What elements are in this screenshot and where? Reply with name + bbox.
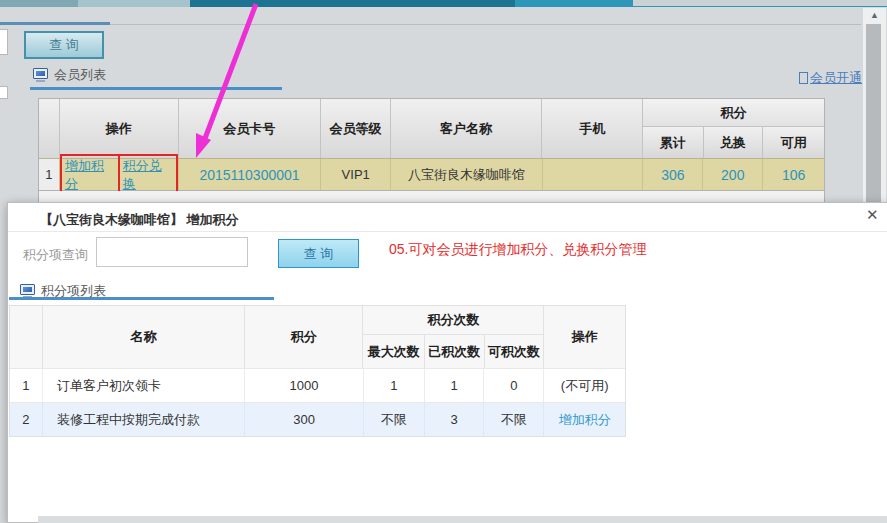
add-points-row-link[interactable]: 增加积分 [543,403,625,436]
annotation-red-box: 积分兑换 [118,154,178,196]
points-exchange: 200 [702,159,762,190]
header-points-available: 可用 [762,127,824,158]
member-open-link[interactable]: 会员开通 [799,69,862,87]
points-item-table: 名称 积分 积分次数 最大次数 已积次数 可积次数 操作 1 订单客户初次领卡 … [9,305,626,437]
member-table-header: 操作 会员卡号 会员等级 客户名称 手机 积分 累计 兑换 可用 [39,99,824,158]
earned-count: 3 [424,403,484,436]
header-points-count: 积分次数 [363,306,543,335]
member-open-label: 会员开通 [810,69,862,87]
row-number: 1 [10,369,42,402]
modal-title-divider [8,231,887,232]
clipped-left-widget [0,29,8,55]
member-points-screen: 查 询 会员列表 会员开通 操作 会员卡号 会员等级 客户名称 手机 积分 累计… [0,0,887,523]
points-item-search-label: 积分项查询 [23,246,88,264]
available-count: 0 [483,369,543,402]
points-item-value: 1000 [244,369,363,402]
member-card-number[interactable]: 2015110300001 [178,159,321,190]
max-count: 不限 [363,403,424,436]
max-count: 1 [363,369,424,402]
earned-count: 1 [424,369,484,402]
scrollbar-up-arrow[interactable]: ▲ [863,10,886,20]
scrollbar-thumb[interactable] [866,24,881,202]
exchange-points-link[interactable]: 积分兑换 [123,157,173,193]
points-item-list-underline [9,297,274,300]
points-item-search-input[interactable] [96,237,248,267]
member-list-title: 会员列表 [54,66,106,84]
header-points: 积分 [244,306,362,368]
row-number: 1 [39,159,59,190]
points-item-row: 2 装修工程中按期完成付款 300 不限 3 不限 增加积分 [10,402,625,436]
header-row-number [39,99,59,158]
member-list-underline [30,87,282,90]
member-row-partial [38,191,825,202]
header-customer-name: 客户名称 [390,99,542,158]
points-item-name: 装修工程中按期完成付款 [42,403,244,436]
row-operation-disabled: (不可用) [543,369,625,402]
panel-divider-line [110,24,861,25]
header-points-total: 累计 [643,127,703,158]
tab-indicator-line [0,22,110,25]
points-total: 306 [642,159,702,190]
row-number: 2 [10,403,42,436]
member-phone [542,159,643,190]
header-points-group: 积分 累计 兑换 可用 [642,99,824,158]
add-points-modal: 【八宝街良木缘咖啡馆】 增加积分 ✕ 积分项查询 查 询 05.可对会员进行增加… [7,202,887,523]
vertical-scrollbar[interactable]: ▲ [863,8,886,202]
member-level: VIP1 [320,159,390,190]
top-strip-segment [515,0,633,7]
header-earned-count: 已积次数 [424,335,484,368]
clipped-left-widget [0,86,8,99]
header-available-count: 可积次数 [484,335,544,368]
points-item-name: 订单客户初次领卡 [42,369,244,402]
header-member-level: 会员等级 [320,99,390,158]
header-operation: 操作 [543,306,625,368]
modal-title: 【八宝街良木缘咖啡馆】 增加积分 [40,211,239,229]
monitor-icon [20,284,35,295]
header-count-group: 积分次数 最大次数 已积次数 可积次数 [362,306,543,368]
member-row: 1 增加积分 积分兑换 2015110300001 VIP1 八宝街良木缘咖啡馆… [39,158,824,190]
header-max-count: 最大次数 [363,335,424,368]
header-points: 积分 [643,99,824,127]
points-item-row: 1 订单客户初次领卡 1000 1 1 0 (不可用) [10,368,625,402]
customer-name: 八宝街良木缘咖啡馆 [390,159,542,190]
monitor-icon [33,68,48,79]
query-button[interactable]: 查 询 [24,31,104,59]
header-name: 名称 [42,306,244,368]
header-points-exchange: 兑换 [703,127,763,158]
header-operation: 操作 [59,99,178,158]
top-strip-segment [0,0,78,7]
row-operations: 增加积分 积分兑换 [59,159,178,190]
annotation-red-box: 增加积分 [60,154,120,196]
header-phone: 手机 [541,99,642,158]
header-row-number [10,306,42,368]
available-count: 不限 [483,403,543,436]
top-strip-line [633,6,887,7]
points-available: 106 [762,159,824,190]
add-points-link[interactable]: 增加积分 [65,157,115,193]
modal-bottom-edge [38,516,887,523]
modal-query-button[interactable]: 查 询 [278,239,359,268]
points-item-value: 300 [244,403,363,436]
points-table-header: 名称 积分 积分次数 最大次数 已积次数 可积次数 操作 [10,306,625,368]
annotation-text: 05.可对会员进行增加积分、兑换积分管理 [389,241,646,259]
top-strip-segment [78,0,190,7]
member-table: 操作 会员卡号 会员等级 客户名称 手机 积分 累计 兑换 可用 1 增加积分 [38,98,825,191]
header-card-number: 会员卡号 [178,99,321,158]
member-open-icon [799,72,808,84]
top-strip-segment [190,0,515,7]
close-icon[interactable]: ✕ [866,206,879,224]
